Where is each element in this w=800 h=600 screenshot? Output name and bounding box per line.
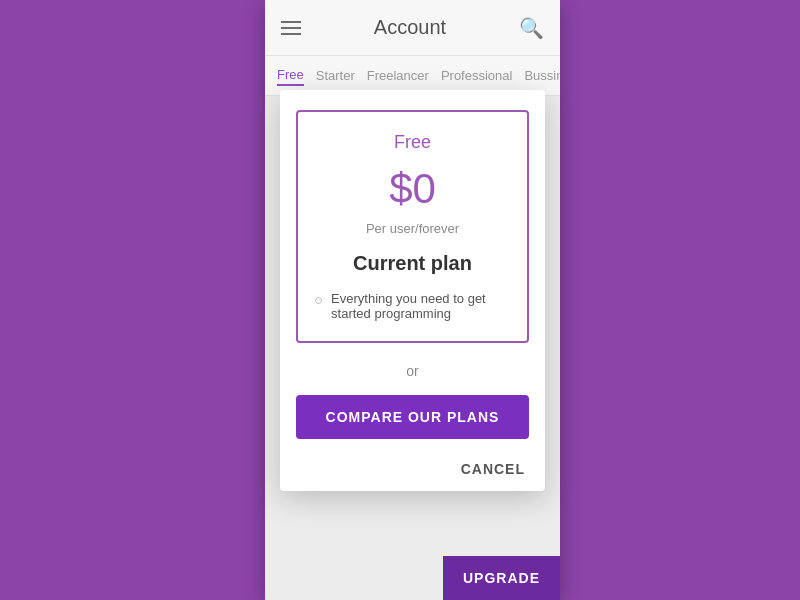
or-divider: or [280, 363, 545, 379]
feature-bullet-icon: ○ [314, 291, 323, 308]
cancel-button[interactable]: CANCEL [280, 447, 545, 491]
compare-plans-button[interactable]: COMPARE OUR PLANS [296, 395, 529, 439]
mobile-frame: Account 🔍 Free Starter Freelancer Profes… [265, 0, 560, 600]
feature-text: Everything you need to get started progr… [331, 291, 511, 321]
plan-period: Per user/forever [314, 221, 511, 236]
upgrade-dialog: Free $0 Per user/forever Current plan ○ … [280, 90, 545, 491]
plan-feature: ○ Everything you need to get started pro… [314, 291, 511, 321]
plan-status: Current plan [314, 252, 511, 275]
plan-price: $0 [314, 165, 511, 213]
dialog-overlay: Free $0 Per user/forever Current plan ○ … [265, 0, 560, 600]
upgrade-button[interactable]: UPGRADE [443, 556, 560, 600]
plan-card: Free $0 Per user/forever Current plan ○ … [296, 110, 529, 343]
plan-name: Free [314, 132, 511, 153]
